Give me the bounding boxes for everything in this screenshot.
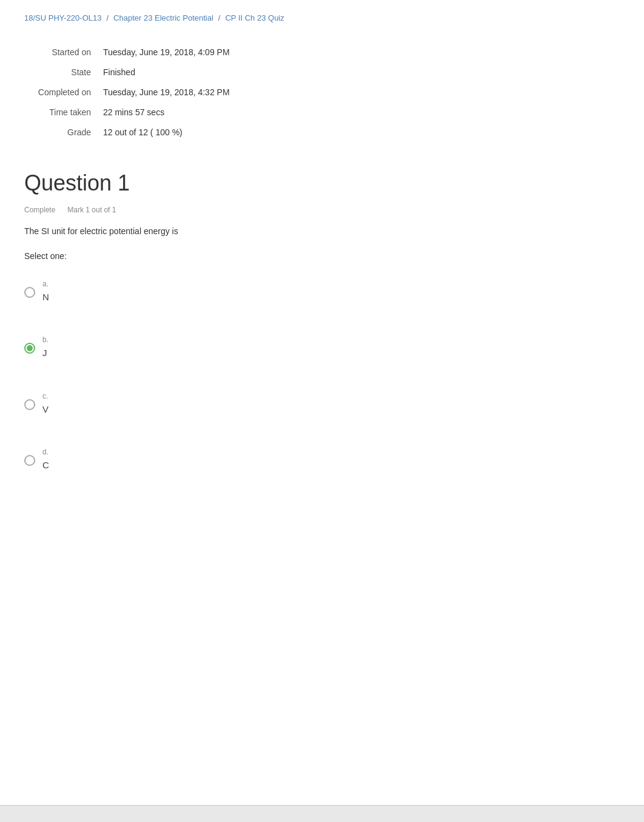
option-letter-b: b.	[42, 334, 49, 345]
info-table: Started on Tuesday, June 19, 2018, 4:09 …	[24, 42, 242, 143]
info-row-time: Time taken 22 mins 57 secs	[24, 103, 242, 123]
question-section: Question 1 Complete Mark 1 out of 1 The …	[24, 167, 620, 479]
option-radio-c[interactable]	[24, 399, 35, 410]
info-row-state: State Finished	[24, 62, 242, 83]
info-row-started: Started on Tuesday, June 19, 2018, 4:09 …	[24, 42, 242, 62]
time-taken-label: Time taken	[24, 103, 103, 123]
option-radio-wrapper-d	[24, 455, 35, 470]
breadcrumb-separator-2: /	[218, 12, 221, 24]
question-mark: Mark 1 out of 1	[67, 204, 116, 215]
page-wrapper: 18/SU PHY-220-OL13 / Chapter 23 Electric…	[0, 0, 644, 509]
breadcrumb-link-course[interactable]: 18/SU PHY-220-OL13	[24, 12, 101, 24]
info-row-completed: Completed on Tuesday, June 19, 2018, 4:3…	[24, 83, 242, 103]
option-letter-a: a.	[42, 278, 49, 289]
breadcrumb-link-quiz[interactable]: CP II Ch 23 Quiz	[225, 12, 284, 24]
option-content-b: b. J	[42, 334, 49, 360]
option-value-a: N	[42, 291, 49, 305]
breadcrumb-link-chapter[interactable]: Chapter 23 Electric Potential	[113, 12, 213, 24]
option-letter-d: d.	[42, 446, 49, 457]
state-value: Finished	[103, 62, 242, 83]
option-radio-a[interactable]	[24, 287, 35, 298]
grade-label: Grade	[24, 123, 103, 143]
option-content-c: c. V	[42, 391, 49, 417]
option-value-b: J	[42, 346, 49, 360]
option-radio-wrapper-c	[24, 399, 35, 414]
option-item-b: b. J	[24, 328, 620, 366]
option-content-d: d. C	[42, 446, 49, 473]
completed-on-value: Tuesday, June 19, 2018, 4:32 PM	[103, 83, 242, 103]
option-radio-wrapper-a	[24, 287, 35, 302]
question-text: The SI unit for electric potential energ…	[24, 225, 620, 238]
option-value-c: V	[42, 403, 49, 417]
state-label: State	[24, 62, 103, 83]
option-item-d: d. C	[24, 440, 620, 479]
info-row-grade: Grade 12 out of 12 ( 100 %)	[24, 123, 242, 143]
option-radio-wrapper-b	[24, 343, 35, 357]
completed-on-label: Completed on	[24, 83, 103, 103]
option-radio-b[interactable]	[24, 343, 35, 354]
grade-value: 12 out of 12 ( 100 %)	[103, 123, 242, 143]
started-on-label: Started on	[24, 42, 103, 62]
option-item-c: c. V	[24, 385, 620, 423]
option-letter-c: c.	[42, 391, 49, 402]
option-radio-d[interactable]	[24, 455, 35, 466]
started-on-value: Tuesday, June 19, 2018, 4:09 PM	[103, 42, 242, 62]
time-taken-value: 22 mins 57 secs	[103, 103, 242, 123]
breadcrumb: 18/SU PHY-220-OL13 / Chapter 23 Electric…	[24, 12, 620, 24]
options-list: a. N b. J c. V	[24, 272, 620, 479]
option-item-a: a. N	[24, 272, 620, 311]
question-status: Complete	[24, 204, 55, 215]
option-content-a: a. N	[42, 278, 49, 305]
question-meta: Complete Mark 1 out of 1	[24, 204, 620, 215]
option-value-d: C	[42, 459, 49, 473]
select-one-label: Select one:	[24, 250, 620, 263]
question-title: Question 1	[24, 167, 620, 200]
breadcrumb-separator-1: /	[106, 12, 109, 24]
